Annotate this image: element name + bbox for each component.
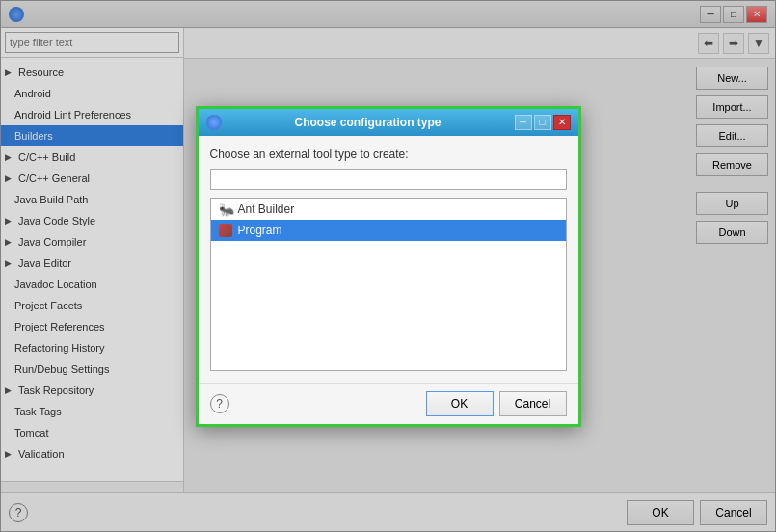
modal-prompt-text: Choose an external tool type to create: <box>210 147 567 161</box>
modal-title: Choose configuration type <box>222 116 515 129</box>
modal-search-input[interactable] <box>210 169 567 190</box>
modal-footer: ? OK Cancel <box>199 383 578 424</box>
list-item-program[interactable]: Program <box>211 220 566 241</box>
ant-builder-label: Ant Builder <box>238 202 295 216</box>
modal-titlebar-controls: ─ □ ✕ <box>515 115 571 130</box>
modal-eclipse-logo-icon <box>206 115 222 130</box>
modal-help-button[interactable]: ? <box>210 394 229 413</box>
modal-titlebar: Choose configuration type ─ □ ✕ <box>199 109 578 136</box>
modal-minimize-button[interactable]: ─ <box>515 115 532 130</box>
modal-maximize-button[interactable]: □ <box>534 115 551 130</box>
modal-list: 🐜 Ant Builder Program <box>210 198 567 371</box>
modal-footer-buttons: OK Cancel <box>426 391 567 416</box>
modal-dialog: Choose configuration type ─ □ ✕ Choose a… <box>196 106 581 427</box>
list-item-ant-builder[interactable]: 🐜 Ant Builder <box>211 199 566 220</box>
ant-builder-icon: 🐜 <box>219 202 232 216</box>
modal-overlay: Choose configuration type ─ □ ✕ Choose a… <box>0 0 776 532</box>
program-label: Program <box>238 224 282 237</box>
modal-body: Choose an external tool type to create: … <box>199 136 578 383</box>
modal-close-button[interactable]: ✕ <box>553 115 571 130</box>
modal-cancel-button[interactable]: Cancel <box>499 391 567 416</box>
modal-ok-button[interactable]: OK <box>426 391 494 416</box>
program-icon <box>219 224 232 237</box>
